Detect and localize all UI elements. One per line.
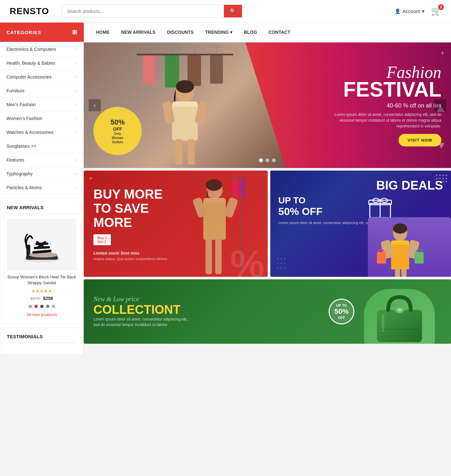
hero-cta-button[interactable]: VISIT NOW xyxy=(398,134,441,146)
all-new-products-link[interactable]: All new products xyxy=(7,312,77,317)
svg-rect-21 xyxy=(172,107,198,141)
category-link[interactable]: Particles & Atoms› xyxy=(0,181,83,194)
pdot xyxy=(439,174,441,176)
chevron-right-icon: › xyxy=(76,102,77,107)
chevron-right-icon: › xyxy=(76,130,77,135)
color-swatch[interactable] xyxy=(34,304,38,308)
cart-button[interactable]: 🛒 0 xyxy=(431,6,441,16)
hero-dots xyxy=(259,158,276,162)
green-badge-top: UP TO xyxy=(336,303,347,307)
category-link[interactable]: Features› xyxy=(0,153,83,167)
category-link[interactable]: Furniture› xyxy=(0,84,83,98)
purple-person-area xyxy=(368,217,451,277)
hero-bold-title: FESTIVAL xyxy=(319,79,441,100)
chevron-right-icon: › xyxy=(76,158,77,162)
category-item: Women's Fashion› xyxy=(0,112,83,126)
pdot xyxy=(436,178,437,179)
gift-svg xyxy=(367,193,393,219)
svg-rect-15 xyxy=(165,55,179,88)
account-button[interactable]: 👤 Account ▾ xyxy=(395,8,425,14)
pdot xyxy=(446,181,447,182)
search-button[interactable]: 🔍 xyxy=(224,5,242,17)
price-old: $278 xyxy=(30,296,40,301)
nav-contact[interactable]: CONTACT xyxy=(263,23,296,42)
header-right: 👤 Account ▾ 🛒 0 xyxy=(395,6,441,16)
grid-icon: ⊞ xyxy=(72,29,77,36)
site-logo: RENSTO xyxy=(10,6,49,16)
hero-content: Fashion FESTIVAL 40-60 % off on all iter… xyxy=(319,64,441,146)
category-item: Furniture› xyxy=(0,84,83,98)
category-item: Health, Beauty & Babies› xyxy=(0,56,83,70)
nav-discounts[interactable]: DISCOUNTS xyxy=(161,23,199,42)
category-link[interactable]: Men's Fashion› xyxy=(0,98,83,111)
categories-toggle[interactable]: CATEGORIES ⊞ xyxy=(0,23,84,42)
hero-prev-button[interactable]: ‹ xyxy=(89,99,101,111)
big-deals-title: BIG DEALS xyxy=(278,179,443,192)
pdot xyxy=(442,174,444,176)
svg-rect-25 xyxy=(187,139,195,165)
hero-dot-2[interactable] xyxy=(265,158,269,162)
hero-fashion-svg xyxy=(130,44,240,166)
price-new: $256 xyxy=(43,296,53,301)
hero-dot-1[interactable] xyxy=(259,158,263,162)
pdot xyxy=(446,178,447,179)
product-price: $278 $256 xyxy=(7,295,77,301)
category-link[interactable]: Women's Fashion› xyxy=(0,112,83,125)
hero-discount-blob: 50% OFF Only Woman Outlets xyxy=(93,107,142,155)
category-item: Typhography› xyxy=(0,167,83,181)
chevron-right-icon: › xyxy=(76,89,77,93)
sidebar: Electronics & Computers›Health, Beauty &… xyxy=(0,42,84,355)
color-swatch[interactable] xyxy=(28,304,32,308)
promo-pct-deco: % xyxy=(230,245,264,277)
category-item: Features› xyxy=(0,153,83,167)
chevron-right-icon: › xyxy=(76,61,77,65)
gift-box-icon xyxy=(367,193,393,220)
nav-bar: CATEGORIES ⊞ HOME NEW ARRIVALS DISCOUNTS… xyxy=(0,23,451,42)
color-swatch[interactable] xyxy=(52,304,55,308)
product-shoe-svg xyxy=(19,222,64,267)
chevron-down-icon: ▾ xyxy=(422,8,425,14)
svg-rect-14 xyxy=(143,55,155,84)
category-link[interactable]: Electronics & Computers› xyxy=(0,42,83,56)
deco-plus-1: + xyxy=(440,49,445,57)
svg-rect-29 xyxy=(203,203,226,240)
bag-svg xyxy=(370,292,428,344)
green-badge-pct: 50% xyxy=(334,307,349,316)
category-link[interactable]: Typhography› xyxy=(0,167,83,181)
svg-rect-54 xyxy=(397,308,402,312)
nav-home[interactable]: HOME xyxy=(90,23,115,42)
account-icon: 👤 xyxy=(395,8,401,14)
blob-sub: Only Woman Outlets xyxy=(112,132,123,144)
product-card: Sale! xyxy=(7,219,77,317)
green-bag-illustration xyxy=(364,289,435,344)
content-area: 50% OFF Only Woman Outlets + Fashion FES… xyxy=(84,42,451,355)
green-content: New & Low price COLLECTIONT Lorem ipsum … xyxy=(93,295,190,328)
category-link[interactable]: Health, Beauty & Babies› xyxy=(0,56,83,70)
svg-rect-37 xyxy=(240,179,245,196)
svg-rect-44 xyxy=(391,245,409,269)
hero-banner: 50% OFF Only Woman Outlets + Fashion FES… xyxy=(84,42,451,168)
nav-blog[interactable]: BLOG xyxy=(238,23,263,42)
svg-point-19 xyxy=(176,80,194,93)
blob-off: OFF xyxy=(113,126,122,132)
color-swatch[interactable] xyxy=(40,304,44,308)
category-link[interactable]: Computer Accessories› xyxy=(0,70,83,84)
green-main-title: COLLECTIONT xyxy=(93,303,190,317)
new-arrivals-title: NEW ARRIVALS xyxy=(7,205,77,214)
svg-rect-50 xyxy=(401,269,407,277)
hero-next-button[interactable]: › xyxy=(434,99,446,111)
hero-dot-3[interactable] xyxy=(272,158,276,162)
chevron-right-icon: › xyxy=(76,116,77,121)
nav-new-arrivals[interactable]: NEW ARRIVALS xyxy=(115,23,161,42)
nav-trending[interactable]: TRENDING ▾ xyxy=(199,23,238,42)
new-arrivals-section: NEW ARRIVALS Sale! xyxy=(0,198,83,324)
green-script-title: New & Low price xyxy=(93,295,190,303)
category-link[interactable]: Sunglasses >> xyxy=(0,139,83,153)
search-input[interactable] xyxy=(62,5,224,17)
color-dots xyxy=(7,304,77,308)
category-link[interactable]: Watches & Accessories› xyxy=(0,126,83,139)
category-item: Electronics & Computers› xyxy=(0,42,83,56)
color-swatch[interactable] xyxy=(46,304,50,308)
cart-badge: 0 xyxy=(438,4,444,10)
green-badge-off: OFF xyxy=(338,316,345,320)
